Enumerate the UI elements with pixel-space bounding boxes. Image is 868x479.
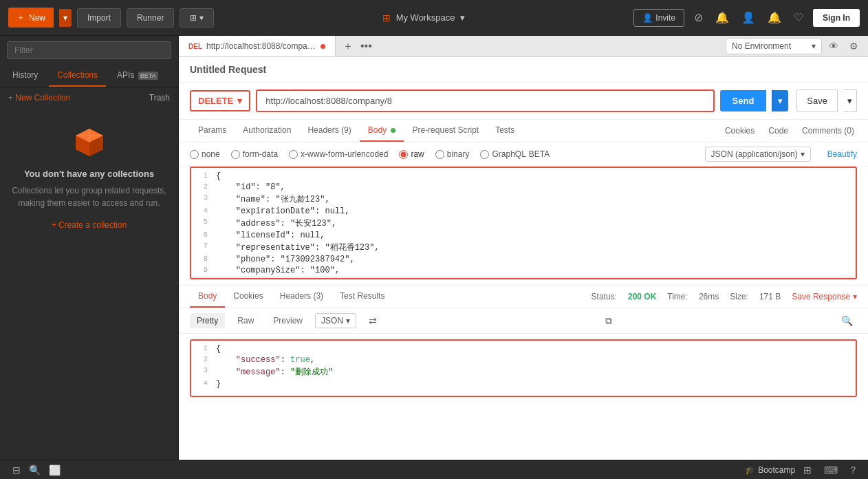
resp-line-number: 3: [191, 366, 216, 374]
new-button[interactable]: ＋ New: [8, 8, 54, 28]
method-dropdown[interactable]: DELETE ▾: [190, 90, 250, 111]
bottom-bar: ⊟ 🔍 ⬜ 🎓 Bootcamp ⊞ ⌨ ?: [0, 460, 868, 479]
radio-binary[interactable]: [435, 150, 444, 159]
save-button[interactable]: Save: [796, 89, 838, 112]
size-value: 171 B: [759, 292, 781, 301]
bottom-search-button[interactable]: 🔍: [25, 463, 45, 477]
option-url-encoded[interactable]: x-www-form-urlencoded: [289, 149, 388, 159]
notif3-icon-button[interactable]: 🔔: [765, 8, 784, 27]
bottom-keyboard-button[interactable]: ⌨: [820, 463, 842, 477]
sidebar-search-container: [0, 36, 178, 65]
cookies-link[interactable]: Cookies: [722, 120, 757, 141]
heart-icon-button[interactable]: ♡: [791, 8, 806, 27]
import-button[interactable]: Import: [77, 8, 121, 28]
new-collection-button[interactable]: + New Collection: [8, 93, 70, 103]
response-tab-test-results[interactable]: Test Results: [332, 286, 393, 308]
settings-icon-button[interactable]: ⊘: [691, 8, 706, 27]
radio-raw[interactable]: [399, 150, 408, 159]
status-value: 200 OK: [628, 292, 656, 301]
create-collection-button[interactable]: + Create a collection: [52, 220, 127, 230]
sidebar: History Collections APIs BETA + New Coll…: [0, 36, 179, 460]
resp-filter-icon-button[interactable]: ⇄: [366, 312, 380, 329]
format-dropdown[interactable]: JSON (application/json) ▾: [705, 147, 811, 162]
bottom-help-button[interactable]: ?: [846, 463, 860, 477]
radio-graphql[interactable]: [480, 150, 489, 159]
url-input[interactable]: [256, 89, 714, 112]
resp-copy-icon-button[interactable]: ⧉: [601, 314, 616, 328]
resp-line-content: {: [216, 344, 856, 354]
request-tab[interactable]: DEL http://localhost:8088/company/8: [179, 36, 336, 56]
new-arrow-button[interactable]: ▾: [59, 9, 72, 27]
tab-headers[interactable]: Headers (9): [299, 120, 359, 142]
option-none[interactable]: none: [190, 149, 220, 159]
bottom-console-button[interactable]: ⬜: [45, 463, 65, 477]
send-arrow-button[interactable]: ▾: [772, 90, 788, 111]
bottom-grid-button[interactable]: ⊞: [799, 463, 816, 477]
graphql-beta-badge: BETA: [529, 149, 550, 159]
toolbar: ＋ New ▾ Import Runner ⊞ ▾ ⊞ My Workspace…: [0, 0, 868, 36]
code-editor[interactable]: 1{2 "id": "8",3 "name": "张九龄123",4 "expi…: [191, 168, 856, 278]
code-link[interactable]: Code: [766, 120, 791, 141]
response-code[interactable]: 1{2 "success": true,3 "message": "删除成功"4…: [191, 341, 856, 396]
response-code-line: 2 "success": true,: [191, 354, 856, 365]
search-input[interactable]: [7, 41, 171, 59]
size-label: Size:: [730, 292, 748, 301]
code-line: 9 "companySize": "100",: [191, 265, 856, 276]
sidebar-empty-title: You don't have any collections: [24, 169, 154, 179]
resp-tab-preview[interactable]: Preview: [266, 313, 310, 328]
save-response-button[interactable]: Save Response ▾: [792, 292, 857, 301]
add-tab-button[interactable]: ＋: [341, 38, 355, 55]
code-line: 1{: [191, 171, 856, 182]
notif1-icon-button[interactable]: 🔔: [713, 8, 732, 27]
tab-tests[interactable]: Tests: [487, 120, 523, 142]
resp-line-number: 4: [191, 379, 216, 387]
option-raw[interactable]: raw: [399, 149, 424, 159]
bottom-layout-button[interactable]: ⊟: [8, 463, 25, 477]
response-sub-tabs: Pretty Raw Preview JSON ▾ ⇄ ⧉ 🔍: [179, 308, 868, 334]
env-dropdown[interactable]: No Environment ▾: [726, 38, 822, 54]
notif2-icon-button[interactable]: 👤: [739, 8, 758, 27]
response-code-line: 1{: [191, 343, 856, 354]
resp-tab-pretty[interactable]: Pretty: [190, 313, 225, 328]
bootcamp-button[interactable]: 🎓 Bootcamp: [745, 465, 795, 475]
tab-params[interactable]: Params: [190, 120, 235, 142]
send-button[interactable]: Send: [720, 90, 767, 111]
line-content: "companySize": "100",: [216, 266, 856, 275]
url-bar: DELETE ▾ Send ▾ Save ▾: [179, 83, 868, 120]
option-graphql[interactable]: GraphQL BETA: [480, 149, 550, 159]
env-eye-button[interactable]: 👁: [825, 39, 843, 53]
response-format-dropdown[interactable]: JSON ▾: [315, 313, 356, 328]
radio-none[interactable]: [190, 150, 199, 159]
tab-body[interactable]: Body: [360, 120, 404, 142]
radio-form-data[interactable]: [231, 150, 240, 159]
response-tab-headers[interactable]: Headers (3): [272, 286, 332, 308]
response-tab-cookies[interactable]: Cookies: [225, 286, 271, 308]
code-line: 2 "id": "8",: [191, 182, 856, 193]
comments-link[interactable]: Comments (0): [799, 120, 857, 141]
tab-actions: ＋ •••: [336, 38, 379, 55]
radio-url-encoded[interactable]: [289, 150, 298, 159]
plus-icon: ＋: [17, 12, 25, 23]
sidebar-tabs: History Collections APIs BETA: [0, 65, 178, 87]
more-tabs-button[interactable]: •••: [359, 39, 373, 54]
layout-button[interactable]: ⊞ ▾: [180, 8, 213, 28]
tab-collections[interactable]: Collections: [49, 65, 106, 87]
option-binary[interactable]: binary: [435, 149, 470, 159]
invite-button[interactable]: 👤 Invite: [633, 9, 684, 27]
response-tab-body[interactable]: Body: [190, 286, 225, 308]
beautify-button[interactable]: Beautify: [827, 149, 857, 159]
sign-in-button[interactable]: Sign In: [813, 9, 860, 27]
tab-authorization[interactable]: Authorization: [235, 120, 299, 142]
resp-tab-raw[interactable]: Raw: [230, 313, 261, 328]
tab-pre-request[interactable]: Pre-request Script: [404, 120, 487, 142]
save-arrow-button[interactable]: ▾: [843, 89, 857, 112]
workspace-title: ⊞ My Workspace ▾: [219, 12, 629, 23]
tab-apis[interactable]: APIs BETA: [109, 65, 166, 87]
runner-button[interactable]: Runner: [127, 8, 174, 28]
resp-search-icon-button[interactable]: 🔍: [837, 314, 857, 328]
env-settings-button[interactable]: ⚙: [845, 39, 862, 53]
tab-history[interactable]: History: [4, 65, 46, 87]
code-line: 7 "representative": "稻花香123",: [191, 241, 856, 254]
trash-button[interactable]: Trash: [149, 93, 170, 103]
option-form-data[interactable]: form-data: [231, 149, 278, 159]
